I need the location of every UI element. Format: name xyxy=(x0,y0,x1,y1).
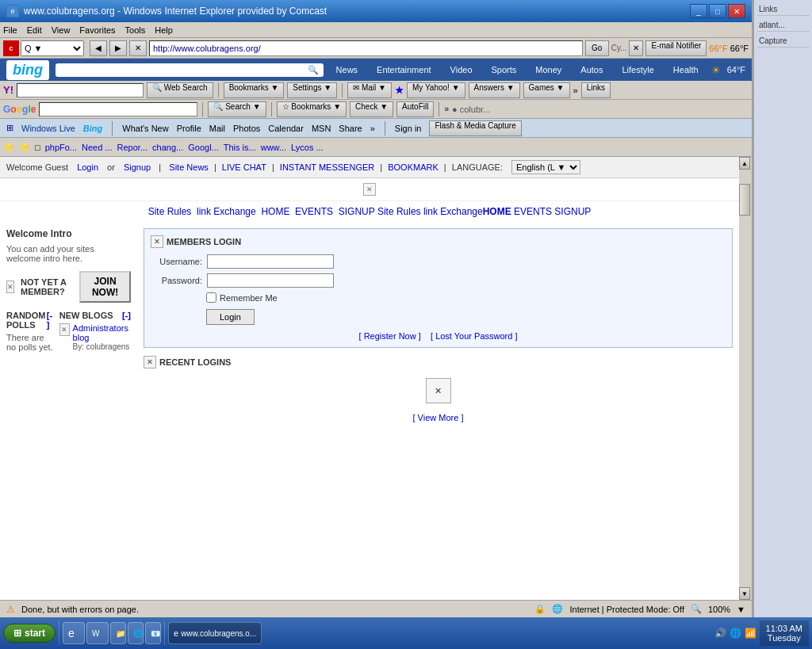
email-notifier-btn[interactable]: E-mail Notifier xyxy=(645,40,707,56)
bing-label[interactable]: Bing xyxy=(83,124,102,133)
share-link[interactable]: Share xyxy=(339,124,362,133)
calendar-link[interactable]: Calendar xyxy=(268,124,304,133)
maximize-button[interactable]: □ xyxy=(709,4,726,18)
stop-btn2[interactable]: ✕ xyxy=(629,40,643,56)
taskbar-btn-3[interactable]: 📧 xyxy=(145,622,161,644)
menu-tools[interactable]: Tools xyxy=(125,25,146,35)
my-yahoo-btn[interactable]: My Yahoo! ▼ xyxy=(407,82,465,98)
scroll-down-arrow[interactable]: ▼ xyxy=(739,587,750,600)
fav-item-2[interactable]: Need ... xyxy=(82,143,113,152)
join-now-button[interactable]: JOIN NOW! xyxy=(79,271,131,303)
menu-favorites[interactable]: Favorites xyxy=(79,25,115,35)
menu-help[interactable]: Help xyxy=(155,25,173,35)
fav-item-7[interactable]: www... xyxy=(261,143,286,152)
bookmark-link[interactable]: BOOKMARK xyxy=(388,162,439,172)
password-input[interactable] xyxy=(207,273,334,288)
taskbar-word-icon[interactable]: W xyxy=(86,622,109,644)
login-link[interactable]: Login xyxy=(77,162,98,172)
live-chat-link[interactable]: LIVE CHAT xyxy=(222,162,266,172)
games-btn[interactable]: Games ▼ xyxy=(523,82,570,98)
taskbar-btn-1[interactable]: 📁 xyxy=(110,622,126,644)
bing-tab-money[interactable]: Money xyxy=(529,62,568,78)
sign-in-btn[interactable]: Sign in xyxy=(395,124,422,133)
google-search-input[interactable] xyxy=(39,102,197,116)
flash-capture-btn[interactable]: Flash & Media Capture xyxy=(429,120,521,136)
whats-new-link[interactable]: What's New xyxy=(122,124,168,133)
answers-btn[interactable]: Answers ▼ xyxy=(469,82,520,98)
bing-tab-video[interactable]: Video xyxy=(444,62,479,78)
fav-item-8[interactable]: Lycos ... xyxy=(291,143,324,152)
register-now-link[interactable]: [ Register Now ] xyxy=(359,331,421,341)
bing-search-icon[interactable]: 🔍 xyxy=(308,65,319,75)
bing-search-input[interactable] xyxy=(60,65,304,74)
bing-tab-lifestyle[interactable]: Lifestyle xyxy=(615,62,660,78)
profile-link[interactable]: Profile xyxy=(177,124,201,133)
menu-view[interactable]: View xyxy=(52,25,71,35)
active-window-btn[interactable]: e www.colubragens.o... xyxy=(168,622,262,644)
stop-button[interactable]: ✕ xyxy=(129,40,147,56)
settings-btn[interactable]: Settings ▼ xyxy=(287,82,337,98)
google-bookmarks-btn[interactable]: ☆ Bookmarks ▼ xyxy=(277,101,347,117)
lost-password-link[interactable]: [ Lost Your Password ] xyxy=(431,331,517,341)
links-btn[interactable]: Links xyxy=(581,82,611,98)
fav-item-5[interactable]: Googl... xyxy=(188,143,219,152)
bing-tab-autos[interactable]: Autos xyxy=(574,62,609,78)
menu-file[interactable]: File xyxy=(3,25,17,35)
taskbar-ie-icon[interactable]: e xyxy=(63,622,85,644)
address-input[interactable] xyxy=(149,40,583,56)
mail-btn[interactable]: ✉ Mail ▼ xyxy=(347,82,392,98)
forward-button[interactable]: ▶ xyxy=(109,40,127,56)
google-autofill-btn[interactable]: AutoFill xyxy=(396,101,434,117)
bing-tab-news[interactable]: News xyxy=(330,62,365,78)
more-icon[interactable]: » xyxy=(370,124,375,133)
minimize-button[interactable]: _ xyxy=(690,4,707,18)
vertical-scrollbar[interactable]: ▲ ▼ xyxy=(739,157,752,600)
atlanta-panel-item[interactable]: atlant... xyxy=(757,19,809,32)
home-link[interactable]: HOME xyxy=(261,206,289,217)
fav-item-6[interactable]: This is... xyxy=(224,143,256,152)
bing-tab-sports[interactable]: Sports xyxy=(485,62,523,78)
more-btn[interactable]: » xyxy=(573,86,578,95)
link-exchange-link[interactable]: link Exchange xyxy=(197,206,256,217)
msn-link[interactable]: MSN xyxy=(312,124,331,133)
start-button[interactable]: ⊞ start xyxy=(3,624,56,643)
username-input[interactable] xyxy=(207,254,334,269)
google-search-btn[interactable]: 🔍 Search ▼ xyxy=(208,101,266,117)
bookmarks-btn[interactable]: Bookmarks ▼ xyxy=(224,82,285,98)
language-select[interactable]: English (L ▼ xyxy=(511,160,580,174)
windows-live-label[interactable]: Windows Live xyxy=(21,124,75,133)
capture-panel-item[interactable]: Capture xyxy=(757,35,809,48)
blog-link-1[interactable]: Administrators blog xyxy=(73,323,128,342)
close-button[interactable]: ✕ xyxy=(728,4,745,18)
view-more-link[interactable]: [ View More ] xyxy=(413,413,464,422)
yahoo-search-btn[interactable]: 🔍 Web Search xyxy=(147,82,213,98)
taskbar-btn-2[interactable]: 🌐 xyxy=(128,622,144,644)
instant-messenger-link[interactable]: INSTANT MESSENGER xyxy=(280,162,374,172)
fav-item-4[interactable]: chang... xyxy=(152,143,183,152)
bing-tab-entertainment[interactable]: Entertainment xyxy=(370,62,437,78)
site-rules-link[interactable]: Site Rules xyxy=(148,206,192,217)
events-link[interactable]: EVENTS xyxy=(295,206,333,217)
bing-tab-health[interactable]: Health xyxy=(667,62,705,78)
google-more[interactable]: » xyxy=(444,105,449,113)
links-panel-item[interactable]: Links xyxy=(757,3,809,16)
back-button[interactable]: ◀ xyxy=(90,40,107,56)
scroll-up-arrow[interactable]: ▲ xyxy=(739,157,750,170)
blogs-bracket[interactable]: [-] xyxy=(122,311,131,320)
polls-collapse-btn[interactable]: [- xyxy=(47,311,52,320)
site-news-link[interactable]: Site News xyxy=(169,162,209,172)
google-check-btn[interactable]: Check ▼ xyxy=(350,101,393,117)
search-dropdown[interactable]: Q ▼ xyxy=(21,40,84,56)
yahoo-search-input[interactable] xyxy=(17,83,144,97)
go-button[interactable]: Go xyxy=(585,40,609,56)
fav-item-3[interactable]: Repor... xyxy=(117,143,148,152)
signup-link[interactable]: Signup xyxy=(124,162,151,172)
fav-item-1[interactable]: phpFo... xyxy=(45,143,77,152)
nav-signup-link[interactable]: SIGNUP xyxy=(339,206,375,217)
photos-link[interactable]: Photos xyxy=(233,124,260,133)
scroll-thumb[interactable] xyxy=(739,184,750,216)
zoom-dropdown[interactable]: ▼ xyxy=(737,605,745,614)
login-button[interactable]: Login xyxy=(206,309,255,325)
remember-me-checkbox[interactable] xyxy=(206,292,216,303)
menu-edit[interactable]: Edit xyxy=(27,25,42,35)
